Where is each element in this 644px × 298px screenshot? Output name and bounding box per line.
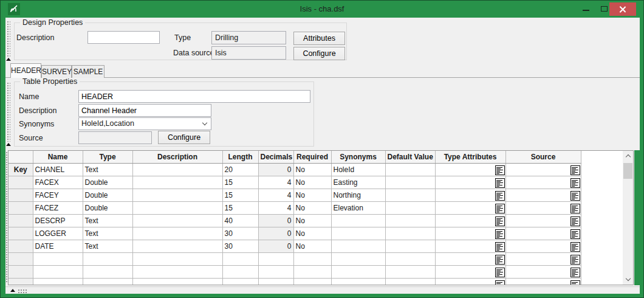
grid-cell-required[interactable]: No: [293, 176, 331, 189]
grid-cell-type[interactable]: Text: [83, 163, 132, 176]
grid-cell-row-header[interactable]: Key: [9, 163, 33, 176]
source-edit-icon[interactable]: [570, 280, 580, 286]
type-attributes-edit-icon[interactable]: [495, 191, 505, 201]
grid-cell-row-header[interactable]: [9, 189, 33, 201]
grid-cell-description[interactable]: [132, 163, 222, 176]
grid-cell-type[interactable]: Text: [83, 214, 132, 227]
source-edit-icon[interactable]: [570, 204, 580, 213]
grid-cell-type[interactable]: [83, 252, 132, 265]
grid-cell-synonyms[interactable]: Northing: [331, 189, 385, 201]
grid-cell-row-header[interactable]: [9, 201, 33, 214]
type-attributes-edit-icon[interactable]: [495, 165, 505, 175]
type-attributes-edit-icon[interactable]: [495, 268, 505, 277]
grid-cell-name[interactable]: LOGGER: [33, 227, 83, 240]
grid-cell-type[interactable]: [83, 278, 132, 285]
grid-cell-decimals[interactable]: [258, 252, 293, 265]
grid-cell-length[interactable]: 15: [222, 176, 258, 189]
source-edit-icon[interactable]: [570, 242, 580, 252]
grid-cell-default-value[interactable]: [385, 278, 435, 285]
table-configure-button[interactable]: Configure: [158, 131, 210, 144]
grid-cell-type[interactable]: [83, 265, 132, 278]
grid-cell-name[interactable]: CHANEL: [33, 163, 83, 176]
grid-cell-type[interactable]: Double: [83, 176, 132, 189]
grid-cell-description[interactable]: [132, 227, 222, 240]
grid-cell-length[interactable]: [222, 278, 258, 285]
grid-cell-description[interactable]: [132, 240, 222, 252]
table-description-input[interactable]: [78, 104, 211, 117]
grid-cell-required[interactable]: No: [293, 189, 331, 201]
grid-cell-name[interactable]: DESCRP: [33, 214, 83, 227]
grid-cell-default-value[interactable]: [385, 227, 435, 240]
table-properties-collapse-icon[interactable]: [6, 143, 11, 146]
grid-cell-name[interactable]: [33, 252, 83, 265]
grid-cell-decimals[interactable]: [258, 265, 293, 278]
table-properties-gripper[interactable]: [7, 82, 10, 142]
grid-cell-name[interactable]: DATE: [33, 240, 83, 252]
grid-cell-length[interactable]: [222, 265, 258, 278]
design-description-input[interactable]: [87, 31, 160, 44]
grid-cell-decimals[interactable]: 4: [258, 176, 293, 189]
tab-sample[interactable]: SAMPLE: [72, 65, 104, 78]
grid-cell-row-header[interactable]: [9, 176, 33, 189]
source-edit-icon[interactable]: [570, 217, 580, 226]
grid-cell-length[interactable]: 30: [222, 240, 258, 252]
grid-cell-synonyms[interactable]: [331, 214, 385, 227]
bottom-splitter[interactable]: [5, 286, 640, 294]
grid-cell-default-value[interactable]: [385, 252, 435, 265]
minimize-button[interactable]: [577, 1, 595, 16]
name-input[interactable]: [78, 90, 310, 103]
grid-cell-synonyms[interactable]: [331, 227, 385, 240]
grid-cell-default-value[interactable]: [385, 214, 435, 227]
design-configure-button[interactable]: Configure: [293, 47, 345, 60]
type-attributes-edit-icon[interactable]: [495, 280, 505, 286]
grid-cell-synonyms[interactable]: [331, 265, 385, 278]
grid-cell-decimals[interactable]: 0: [258, 214, 293, 227]
type-attributes-edit-icon[interactable]: [495, 255, 505, 265]
grid-cell-row-header[interactable]: [9, 227, 33, 240]
scroll-up-button[interactable]: [623, 151, 633, 161]
type-attributes-edit-icon[interactable]: [495, 217, 505, 226]
grid-cell-length[interactable]: 15: [222, 189, 258, 201]
grid-cell-description[interactable]: [132, 214, 222, 227]
grid-cell-default-value[interactable]: [385, 201, 435, 214]
grid-cell-synonyms[interactable]: [331, 240, 385, 252]
grid-cell-row-header[interactable]: [9, 265, 33, 278]
grid-cell-row-header[interactable]: [9, 278, 33, 285]
scrollbar-thumb[interactable]: [623, 163, 632, 179]
grid-cell-required[interactable]: No: [293, 163, 331, 176]
grid-cell-name[interactable]: FACEY: [33, 189, 83, 201]
grid-cell-default-value[interactable]: [385, 176, 435, 189]
grid-cell-synonyms[interactable]: HoleId: [331, 163, 385, 176]
grid-cell-required[interactable]: No: [293, 214, 331, 227]
grid-cell-synonyms[interactable]: [331, 278, 385, 285]
grid-cell-description[interactable]: [132, 278, 222, 285]
grid-cell-type[interactable]: Double: [83, 201, 132, 214]
close-button[interactable]: [609, 2, 636, 16]
grid-cell-decimals[interactable]: [258, 278, 293, 285]
scroll-down-button[interactable]: [623, 274, 633, 285]
grid-cell-length[interactable]: 15: [222, 201, 258, 214]
grid-cell-required[interactable]: [293, 252, 331, 265]
tab-survey[interactable]: SURVEY: [41, 65, 72, 78]
source-edit-icon[interactable]: [570, 178, 580, 188]
tab-header[interactable]: HEADER: [10, 63, 41, 78]
grid-cell-type[interactable]: Text: [83, 240, 132, 252]
grid-cell-default-value[interactable]: [385, 163, 435, 176]
grid-cell-synonyms[interactable]: [331, 252, 385, 265]
grid-cell-required[interactable]: [293, 278, 331, 285]
type-attributes-edit-icon[interactable]: [495, 242, 505, 252]
grid-cell-name[interactable]: [33, 278, 83, 285]
grid-cell-required[interactable]: No: [293, 227, 331, 240]
grid-cell-decimals[interactable]: 4: [258, 189, 293, 201]
design-panel-gripper[interactable]: [7, 21, 10, 57]
grid-cell-type[interactable]: Text: [83, 227, 132, 240]
grid-cell-description[interactable]: [132, 265, 222, 278]
source-edit-icon[interactable]: [570, 165, 580, 175]
grid-cell-required[interactable]: No: [293, 240, 331, 252]
grid-cell-length[interactable]: 20: [222, 163, 258, 176]
grid-cell-name[interactable]: FACEZ: [33, 201, 83, 214]
grid-cell-decimals[interactable]: 0: [258, 227, 293, 240]
grid-cell-description[interactable]: [132, 176, 222, 189]
source-edit-icon[interactable]: [570, 255, 580, 265]
attributes-button[interactable]: Attributes: [293, 32, 345, 45]
